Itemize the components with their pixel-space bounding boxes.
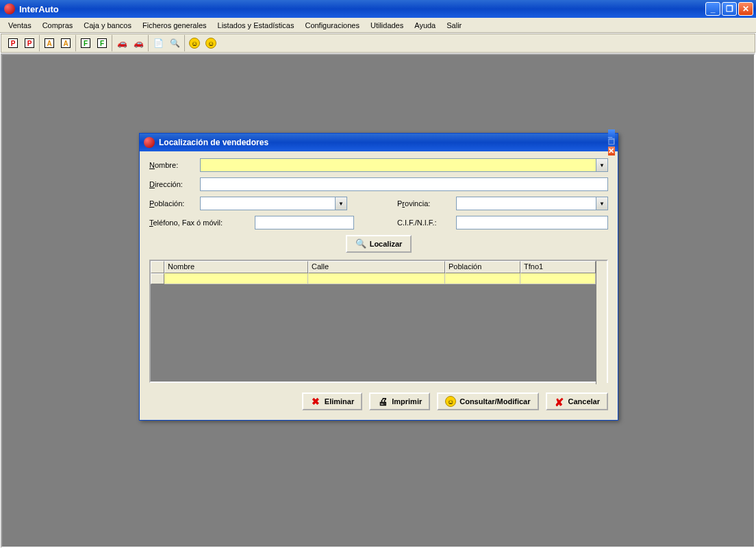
dialog-title: Localización de vendedores (159, 138, 608, 147)
menu-utilidades[interactable]: Utilidades (365, 20, 409, 31)
cell-poblacion (445, 273, 520, 284)
app-title: InterAuto (19, 4, 705, 14)
menu-salir[interactable]: Salir (441, 20, 467, 31)
eliminar-button[interactable]: ✖ Eliminar (302, 393, 362, 410)
dialog-minimize-button[interactable]: _ (608, 129, 615, 138)
nombre-dropdown-button[interactable]: ▼ (596, 158, 608, 172)
cancelar-button[interactable]: ✘ Cancelar (546, 393, 608, 410)
cell-tfno1 (520, 273, 596, 284)
nombre-label: Nombre: (149, 161, 196, 169)
table-row[interactable] (151, 273, 596, 284)
dialog-title-bar: Localización de vendedores _ ❐ ✕ (140, 134, 618, 151)
cell-calle (308, 273, 445, 284)
toolbar-p-search-icon[interactable]: P (22, 36, 37, 51)
menu-listados[interactable]: Listados y Estadísticas (212, 20, 300, 31)
telefono-label: Teléfono, Fax ó móvil: (149, 219, 251, 227)
toolbar-doc-icon[interactable]: 📄 (151, 36, 166, 51)
close-button[interactable]: ✕ (738, 2, 753, 16)
direccion-input[interactable] (200, 177, 608, 191)
search-icon: 🔍 (355, 238, 366, 249)
telefono-input[interactable] (255, 216, 354, 229)
grid-header-nombre[interactable]: Nombre (164, 261, 308, 273)
toolbar-f-icon[interactable]: F (78, 36, 93, 51)
cif-label: C.I.F./N.I.F.: (397, 219, 452, 227)
cancel-x-icon: ✘ (554, 396, 565, 407)
toolbar-a-icon[interactable]: A (42, 36, 57, 51)
provincia-dropdown-button[interactable]: ▼ (596, 197, 608, 210)
toolbar-car-icon[interactable]: 🚗 (114, 36, 129, 51)
dialog-maximize-button: ❐ (608, 138, 615, 147)
menu-compras[interactable]: Compras (37, 20, 79, 31)
main-title-bar: InterAuto _ ❐ ✕ (0, 0, 756, 18)
nombre-input[interactable] (200, 158, 596, 172)
toolbar: P P A A F F 🚗 🚗 📄 🔍 ☺ ☺ (1, 34, 755, 53)
provincia-input[interactable] (456, 197, 596, 210)
eliminar-label: Eliminar (325, 397, 354, 406)
results-grid[interactable]: Nombre Calle Población Tfno1 (149, 260, 608, 383)
toolbar-car-search-icon[interactable]: 🚗 (131, 36, 146, 51)
menu-ficheros[interactable]: Ficheros generales (137, 20, 212, 31)
poblacion-label: Población: (149, 199, 196, 208)
menu-caja[interactable]: Caja y bancos (78, 20, 137, 31)
grid-row-selector-header (151, 261, 164, 273)
imprimir-button[interactable]: 🖨 Imprimir (369, 393, 430, 410)
dialog-close-button[interactable]: ✕ (608, 147, 615, 155)
cancelar-label: Cancelar (568, 397, 600, 406)
poblacion-dropdown-button[interactable]: ▼ (336, 197, 347, 210)
minimize-button[interactable]: _ (705, 2, 720, 16)
poblacion-input[interactable] (200, 197, 336, 210)
trash-icon: ✖ (310, 396, 321, 407)
menu-ventas[interactable]: Ventas (3, 20, 37, 31)
app-icon (4, 3, 15, 14)
grid-header-tfno1[interactable]: Tfno1 (520, 261, 596, 273)
toolbar-f-search-icon[interactable]: F (94, 36, 110, 51)
grid-header-calle[interactable]: Calle (308, 261, 445, 273)
localizar-label: Localizar (370, 240, 403, 248)
face-icon: ☺ (445, 396, 456, 407)
toolbar-a-search-icon[interactable]: A (58, 36, 73, 51)
grid-header-poblacion[interactable]: Población (445, 261, 520, 273)
consultar-modificar-button[interactable]: ☺ Consultar/Modificar (437, 393, 538, 410)
consultar-label: Consultar/Modificar (459, 397, 530, 406)
toolbar-face2-icon[interactable]: ☺ (203, 36, 218, 51)
menu-configuraciones[interactable]: Configuraciones (299, 20, 365, 31)
maximize-button[interactable]: ❐ (722, 2, 737, 16)
provincia-label: Provincia: (397, 199, 452, 208)
menu-bar: Ventas Compras Caja y bancos Ficheros ge… (0, 18, 756, 33)
cif-input[interactable] (456, 216, 608, 229)
printer-icon: 🖨 (377, 396, 388, 407)
mdi-workspace: Localización de vendedores _ ❐ ✕ Nombre:… (1, 53, 755, 548)
localizar-button[interactable]: 🔍 Localizar (346, 235, 412, 253)
direccion-label: Dirección: (149, 180, 196, 188)
grid-scrollbar[interactable] (596, 261, 607, 384)
vendor-locate-dialog: Localización de vendedores _ ❐ ✕ Nombre:… (139, 133, 618, 421)
menu-ayuda[interactable]: Ayuda (409, 20, 441, 31)
toolbar-p-icon[interactable]: P (5, 36, 21, 51)
dialog-icon (144, 137, 155, 148)
imprimir-label: Imprimir (392, 397, 422, 406)
toolbar-doc-search-icon[interactable]: 🔍 (167, 36, 182, 51)
toolbar-face1-icon[interactable]: ☺ (187, 36, 202, 51)
cell-nombre (164, 273, 308, 284)
